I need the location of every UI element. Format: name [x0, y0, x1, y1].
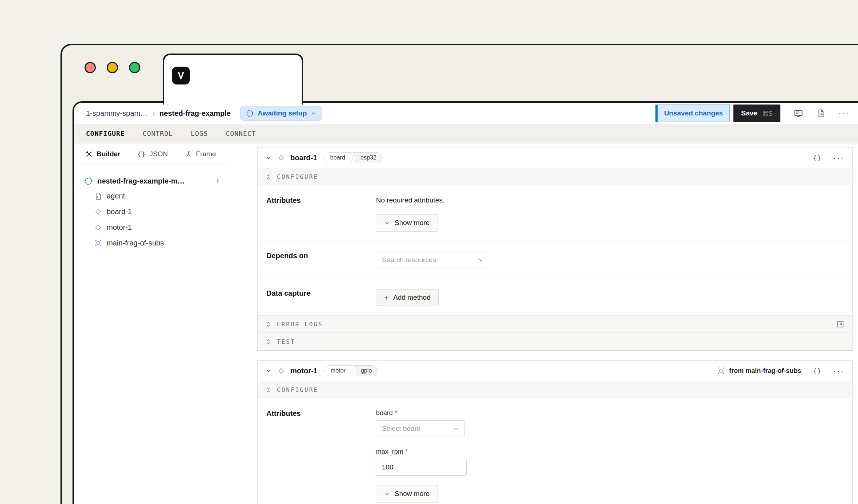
app-header: 1-spammy-spam… › nested-frag-example Awa… [74, 103, 858, 124]
card-title: board-1 [290, 154, 317, 162]
required-asterisk: * [405, 448, 408, 455]
view-tab-frame[interactable]: Frame [185, 150, 216, 158]
attributes-row: Attributes No required attributes. Show … [258, 185, 852, 241]
tree-item-label: main-frag-of-subs [107, 239, 164, 247]
attributes-row: Attributes board* Select board [258, 398, 852, 504]
attributes-label: Attributes [266, 398, 376, 504]
badge-separator [351, 153, 354, 163]
header-actions: Unsaved changes Save ⌘S [655, 105, 849, 122]
more-options-icon[interactable]: ··· [838, 109, 849, 118]
max-rpm-input[interactable] [376, 459, 467, 476]
show-more-button[interactable]: Show more [376, 485, 438, 503]
tab-configure[interactable]: CONFIGURE [86, 130, 125, 137]
chevron-down-icon [478, 257, 483, 263]
component-diamond-icon [94, 224, 102, 231]
window-controls [85, 62, 140, 73]
agent-file-icon [94, 192, 102, 200]
view-tab-builder[interactable]: Builder [85, 150, 120, 158]
tree-root-label: nested-frag-example-m… [97, 177, 211, 185]
add-method-button[interactable]: + Add method [376, 289, 439, 306]
section-configure[interactable]: CONFIGURE [258, 168, 852, 185]
maximize-window-button[interactable] [129, 62, 140, 73]
add-method-label: Add method [393, 294, 430, 302]
view-tab-json[interactable]: {} JSON [137, 150, 168, 158]
show-more-label: Show more [395, 490, 430, 498]
required-asterisk: * [395, 409, 397, 417]
app-panel: 1-spammy-spam… › nested-frag-example Awa… [73, 101, 858, 504]
depends-on-row: Depends on Search resources [258, 241, 852, 279]
depends-on-label: Depends on [266, 241, 376, 279]
card-menu-icon[interactable]: ··· [833, 366, 844, 375]
json-braces-icon[interactable]: {} [813, 154, 822, 162]
section-configure[interactable]: CONFIGURE [258, 381, 852, 398]
badge-model: esp32 [354, 153, 382, 163]
tree-item-board-1[interactable]: board-1 [94, 204, 220, 220]
from-fragment-indicator: from main-frag-of-subs [717, 367, 801, 375]
expand-section-icon [265, 321, 271, 327]
depends-on-select[interactable]: Search resources [376, 252, 489, 268]
machine-status-pill[interactable]: Awaiting setup [240, 106, 322, 121]
breadcrumb-separator: › [152, 109, 155, 118]
show-more-button[interactable]: Show more [376, 214, 438, 232]
machine-status-label: Awaiting setup [258, 109, 307, 117]
machine-report-icon[interactable] [816, 109, 825, 118]
data-capture-label: Data capture [266, 279, 376, 315]
machine-spinner-icon [85, 177, 93, 185]
add-resource-icon[interactable]: + [215, 177, 220, 185]
view-tab-frame-label: Frame [196, 150, 216, 158]
browser-tab[interactable]: V [163, 54, 303, 105]
no-attributes-text: No required attributes. [376, 196, 844, 204]
chevron-down-icon [384, 491, 390, 497]
config-main: board-1 board esp32 {} ··· [230, 143, 858, 504]
component-diamond-icon [94, 208, 102, 216]
collapse-card-icon[interactable] [266, 155, 272, 161]
tree-root-machine[interactable]: nested-frag-example-m… + [85, 174, 220, 188]
max-rpm-field-label: max_rpm* [376, 448, 844, 456]
component-diamond-icon [277, 154, 285, 162]
screenshot-root: V 1-spammy-spam… › nested-frag-example A… [0, 0, 858, 504]
badge-separator [351, 366, 355, 376]
json-braces-icon[interactable]: {} [813, 367, 822, 375]
machine-nav-tabs: CONFIGURE CONTROL LOGS CONNECT [74, 124, 858, 143]
section-test[interactable]: TEST [258, 333, 852, 350]
close-window-button[interactable] [85, 62, 96, 73]
tab-control[interactable]: CONTROL [143, 130, 173, 137]
tab-logs[interactable]: LOGS [191, 130, 208, 137]
section-label: CONFIGURE [277, 173, 318, 180]
unsaved-changes-badge[interactable]: Unsaved changes [655, 105, 730, 122]
tree-item-label: board-1 [107, 208, 132, 216]
resource-type-badge: board esp32 [324, 152, 383, 163]
content-row: Builder {} JSON Frame [74, 143, 858, 504]
field-label-text: max_rpm [376, 448, 403, 455]
tree-item-label: agent [107, 192, 125, 200]
save-button-label: Save [741, 109, 757, 117]
card-menu-icon[interactable]: ··· [833, 153, 844, 162]
badge-type: motor [325, 366, 351, 376]
resource-type-badge: motor gpio [324, 365, 378, 376]
frame-axes-icon [185, 150, 192, 158]
save-shortcut-hint: ⌘S [762, 110, 773, 117]
browser-window: V 1-spammy-spam… › nested-frag-example A… [60, 44, 858, 504]
open-logs-external-icon[interactable] [836, 320, 845, 328]
board-select[interactable]: Select board [376, 420, 465, 437]
tree-item-label: motor-1 [107, 223, 132, 232]
tree-item-motor-1[interactable]: motor-1 [94, 220, 220, 235]
machine-terminal-icon[interactable] [794, 109, 803, 118]
sidebar-view-tabs: Builder {} JSON Frame [74, 143, 230, 165]
save-button[interactable]: Save ⌘S [733, 105, 780, 122]
breadcrumb-parent[interactable]: 1-spammy-spam… [86, 109, 148, 118]
sidebar: Builder {} JSON Frame [74, 143, 230, 504]
collapse-card-icon[interactable] [266, 368, 272, 374]
card-header: board-1 board esp32 {} ··· [258, 147, 852, 168]
tab-connect[interactable]: CONNECT [226, 130, 256, 137]
card-tools: from main-frag-of-subs {} ··· [717, 366, 844, 375]
braces-icon: {} [137, 150, 146, 158]
tree-item-main-frag-of-subs[interactable]: main-frag-of-subs [94, 235, 220, 251]
minimize-window-button[interactable] [107, 62, 118, 73]
card-tools: {} ··· [813, 153, 844, 162]
expand-section-icon [265, 339, 271, 345]
section-error-logs[interactable]: ERROR LOGS [258, 315, 852, 333]
tree-item-agent[interactable]: agent [94, 188, 220, 204]
attributes-label: Attributes [266, 185, 376, 241]
field-label-text: board [376, 409, 393, 417]
